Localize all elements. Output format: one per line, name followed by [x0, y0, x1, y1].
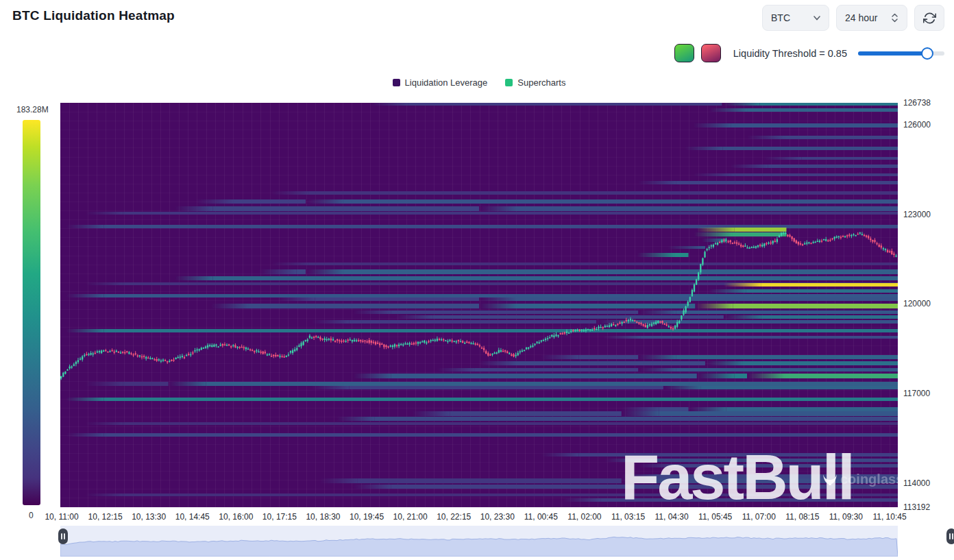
chevron-down-icon [814, 16, 820, 21]
symbol-select-value: BTC [771, 12, 790, 23]
navigator-left-handle[interactable] [58, 528, 68, 544]
price-tick: 123000 [903, 210, 931, 219]
legend-swatch-purple [393, 79, 400, 86]
liquidation-heatmap-canvas[interactable] [60, 103, 898, 507]
colorbar-min-label: 0 [29, 511, 34, 520]
slider-fill [858, 51, 927, 56]
price-tick: 113192 [903, 502, 930, 512]
range-navigator[interactable] [60, 526, 898, 557]
long-gradient-swatch[interactable] [674, 44, 694, 62]
refresh-button[interactable] [914, 5, 944, 31]
time-tick: 11, 10:45 [872, 512, 906, 522]
toolbar: BTC 24 hour [762, 5, 944, 31]
time-tick: 10, 18:30 [306, 512, 340, 522]
price-tick: 117000 [903, 389, 930, 398]
page-title: BTC Liquidation Heatmap [12, 8, 175, 23]
time-tick: 11, 07:00 [742, 512, 776, 522]
symbol-select[interactable]: BTC [762, 5, 829, 31]
price-tick: 120000 [903, 299, 931, 308]
timeframe-select[interactable]: 24 hour [836, 5, 907, 31]
price-tick: 126738 [903, 98, 931, 108]
legend-item-supercharts[interactable]: Supercharts [505, 77, 565, 88]
legend-swatch-green [505, 79, 513, 86]
time-tick: 10, 17:15 [262, 512, 297, 522]
time-tick: 11, 04:30 [655, 512, 689, 522]
time-tick: 11, 09:30 [829, 512, 863, 522]
time-tick: 11, 03:15 [611, 512, 645, 522]
navigator-right-handle[interactable] [946, 528, 954, 544]
legend-label: Supercharts [517, 77, 565, 88]
time-tick: 11, 08:15 [785, 512, 819, 522]
price-tick: 126000 [903, 120, 931, 130]
time-tick: 11, 02:00 [567, 512, 601, 522]
time-tick: 10, 13:30 [132, 512, 166, 522]
refresh-icon [923, 12, 936, 25]
short-gradient-swatch[interactable] [701, 44, 721, 62]
legend-item-liquidation-leverage[interactable]: Liquidation Leverage [393, 77, 488, 88]
time-tick: 10, 14:45 [175, 512, 210, 522]
threshold-controls: Liquidity Threshold = 0.85 [674, 44, 944, 62]
time-tick: 10, 22:15 [437, 512, 471, 522]
time-tick: 11, 05:45 [698, 512, 732, 522]
slider-handle[interactable] [921, 47, 933, 60]
threshold-label: Liquidity Threshold = 0.85 [733, 48, 847, 59]
legend-label: Liquidation Leverage [405, 77, 488, 88]
liquidation-heatmap-app: BTC Liquidation Heatmap BTC 24 hour Liqu… [0, 0, 954, 560]
timeframe-select-value: 24 hour [845, 12, 877, 23]
threshold-slider[interactable] [858, 47, 944, 60]
time-tick: 10, 21:00 [393, 512, 428, 522]
time-tick: 10, 19:45 [350, 512, 384, 522]
colorbar-max-label: 183.28M [16, 105, 49, 114]
colorbar [23, 120, 40, 505]
time-tick: 10, 16:00 [219, 512, 253, 522]
time-tick: 10, 11:00 [45, 512, 78, 522]
time-tick: 10, 23:30 [480, 512, 515, 522]
time-tick: 10, 12:15 [88, 512, 123, 522]
price-tick: 114000 [903, 478, 930, 488]
stepper-icon [891, 12, 898, 23]
time-tick: 11, 00:45 [524, 512, 558, 522]
chart-legend: Liquidation Leverage Supercharts [60, 77, 898, 88]
navigator-area-chart [60, 526, 898, 557]
